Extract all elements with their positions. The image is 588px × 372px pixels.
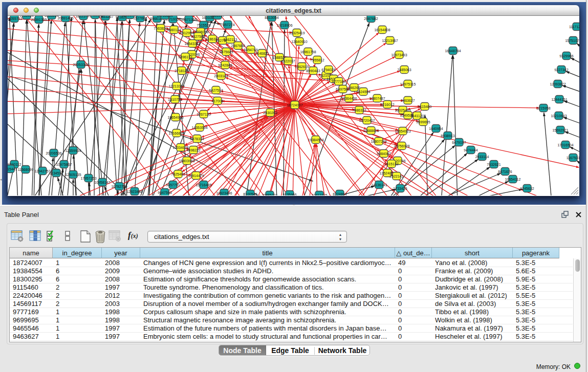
svg-text:7857274: 7857274 bbox=[221, 23, 234, 27]
svg-text:12975115: 12975115 bbox=[400, 82, 416, 86]
svg-text:2718126: 2718126 bbox=[175, 69, 188, 73]
svg-text:5462113: 5462113 bbox=[224, 38, 237, 41]
svg-text:9777169: 9777169 bbox=[332, 80, 345, 83]
svg-text:2830203: 2830203 bbox=[263, 111, 277, 115]
svg-text:10671355: 10671355 bbox=[181, 18, 197, 21]
svg-text:14136141: 14136141 bbox=[371, 183, 387, 187]
svg-text:12923488: 12923488 bbox=[126, 190, 142, 193]
svg-text:19384554: 19384554 bbox=[308, 138, 323, 142]
svg-text:12444151: 12444151 bbox=[551, 98, 567, 101]
svg-text:8322037: 8322037 bbox=[281, 59, 295, 63]
svg-text:8427512: 8427512 bbox=[209, 89, 223, 92]
svg-text:9699695: 9699695 bbox=[416, 120, 430, 124]
svg-text:11568099: 11568099 bbox=[18, 168, 34, 171]
svg-text:6479197: 6479197 bbox=[452, 141, 466, 144]
svg-text:16648784: 16648784 bbox=[445, 49, 461, 53]
svg-text:8224804: 8224804 bbox=[333, 192, 346, 196]
svg-text:1640954: 1640954 bbox=[429, 127, 443, 130]
svg-text:17957253: 17957253 bbox=[80, 177, 96, 180]
svg-text:18807249: 18807249 bbox=[371, 140, 386, 143]
svg-text:8813054: 8813054 bbox=[265, 16, 278, 19]
svg-text:9084067: 9084067 bbox=[377, 152, 390, 156]
svg-text:18724007: 18724007 bbox=[287, 103, 302, 107]
svg-text:12505135: 12505135 bbox=[65, 173, 81, 177]
svg-text:8641120: 8641120 bbox=[410, 114, 424, 118]
svg-text:3875645: 3875645 bbox=[219, 50, 233, 54]
svg-text:3915441: 3915441 bbox=[8, 167, 17, 171]
svg-text:10973493: 10973493 bbox=[391, 53, 407, 57]
svg-text:9881237: 9881237 bbox=[210, 16, 224, 17]
svg-text:9155494: 9155494 bbox=[19, 16, 33, 17]
svg-text:7485063: 7485063 bbox=[397, 68, 411, 72]
svg-text:9115460: 9115460 bbox=[418, 105, 432, 108]
svg-text:9135966: 9135966 bbox=[282, 193, 296, 196]
svg-text:9329966: 9329966 bbox=[559, 54, 573, 58]
svg-text:1527602: 1527602 bbox=[133, 16, 147, 20]
svg-text:8454749: 8454749 bbox=[244, 48, 257, 52]
svg-text:19166825: 19166825 bbox=[168, 132, 184, 135]
svg-text:9647593: 9647593 bbox=[158, 191, 171, 194]
svg-text:12213967: 12213967 bbox=[382, 39, 398, 42]
svg-text:20364436: 20364436 bbox=[341, 97, 357, 100]
svg-text:7515520: 7515520 bbox=[197, 24, 210, 27]
svg-text:8353264: 8353264 bbox=[45, 16, 58, 17]
svg-text:746266: 746266 bbox=[348, 86, 360, 90]
svg-text:2933114: 2933114 bbox=[475, 155, 489, 159]
svg-text:11315010: 11315010 bbox=[122, 16, 138, 17]
svg-text:7625402: 7625402 bbox=[171, 172, 185, 176]
svg-text:3624554: 3624554 bbox=[356, 90, 370, 94]
svg-text:19654985: 19654985 bbox=[167, 116, 183, 119]
svg-text:9146821: 9146821 bbox=[255, 52, 269, 55]
svg-text:16782759: 16782759 bbox=[111, 185, 127, 188]
svg-text:14353594: 14353594 bbox=[191, 126, 207, 129]
svg-text:15720407: 15720407 bbox=[359, 119, 375, 122]
svg-text:9660124: 9660124 bbox=[167, 28, 181, 32]
svg-text:10412115: 10412115 bbox=[312, 193, 328, 196]
svg-text:19654923: 19654923 bbox=[395, 129, 410, 133]
svg-text:2803144: 2803144 bbox=[214, 74, 228, 78]
svg-text:15716485: 15716485 bbox=[195, 183, 211, 187]
svg-text:15751074: 15751074 bbox=[565, 39, 579, 42]
svg-text:19218906: 19218906 bbox=[276, 24, 292, 27]
svg-text:10654112: 10654112 bbox=[505, 178, 521, 181]
svg-text:9242848: 9242848 bbox=[218, 63, 232, 67]
svg-text:10688609: 10688609 bbox=[363, 129, 379, 133]
svg-text:10975867: 10975867 bbox=[56, 163, 72, 166]
svg-text:8912954: 8912954 bbox=[180, 31, 193, 35]
svg-text:20053346: 20053346 bbox=[73, 63, 89, 67]
svg-text:417006: 417006 bbox=[211, 99, 223, 103]
svg-text:16154808: 16154808 bbox=[374, 28, 390, 32]
svg-text:1362615: 1362615 bbox=[295, 65, 309, 69]
svg-text:13325419: 13325419 bbox=[289, 31, 304, 35]
svg-text:12942757: 12942757 bbox=[34, 169, 50, 173]
svg-text:10958147: 10958147 bbox=[94, 181, 110, 184]
svg-text:10923446: 10923446 bbox=[216, 191, 232, 195]
svg-text:7563822: 7563822 bbox=[154, 27, 167, 30]
svg-text:20885221: 20885221 bbox=[262, 193, 277, 196]
svg-text:3267130: 3267130 bbox=[197, 113, 210, 116]
svg-text:20391355: 20391355 bbox=[31, 18, 47, 21]
svg-text:6794028: 6794028 bbox=[321, 68, 335, 72]
svg-text:12213369: 12213369 bbox=[168, 84, 184, 88]
svg-text:9327503: 9327503 bbox=[191, 35, 205, 38]
svg-text:10807487: 10807487 bbox=[369, 97, 385, 100]
svg-text:9457791: 9457791 bbox=[166, 183, 180, 187]
svg-text:7986322: 7986322 bbox=[352, 108, 366, 112]
svg-text:15692971: 15692971 bbox=[552, 128, 568, 132]
svg-text:1733426: 1733426 bbox=[393, 187, 407, 190]
svg-text:20206536: 20206536 bbox=[46, 151, 61, 155]
svg-text:7632621: 7632621 bbox=[487, 163, 500, 166]
svg-text:8990443: 8990443 bbox=[306, 69, 320, 73]
svg-text:10210643: 10210643 bbox=[551, 114, 567, 118]
svg-text:16914479: 16914479 bbox=[188, 174, 204, 178]
svg-text:16961758: 16961758 bbox=[300, 50, 316, 54]
svg-text:6216012: 6216012 bbox=[380, 103, 394, 106]
svg-text:8938913: 8938913 bbox=[441, 134, 454, 138]
svg-text:9245632: 9245632 bbox=[520, 187, 534, 190]
svg-text:1167531: 1167531 bbox=[567, 156, 579, 160]
svg-text:2087682: 2087682 bbox=[364, 17, 378, 20]
svg-text:8100545: 8100545 bbox=[243, 192, 257, 196]
svg-text:1610755: 1610755 bbox=[168, 98, 182, 101]
svg-text:20458128: 20458128 bbox=[87, 16, 103, 17]
svg-text:5878334: 5878334 bbox=[190, 137, 204, 141]
